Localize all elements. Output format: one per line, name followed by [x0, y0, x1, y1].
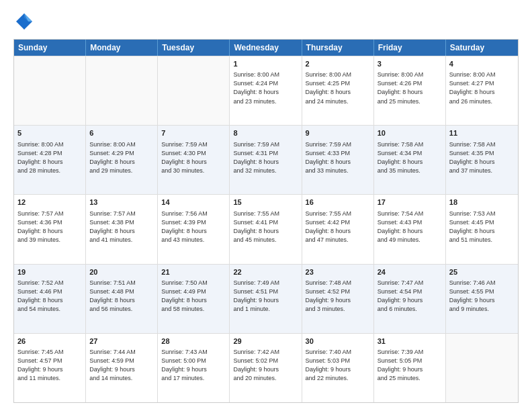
- cell-info: Sunrise: 7:54 AMSunset: 4:43 PMDaylight:…: [378, 210, 442, 244]
- cell-info: Sunrise: 8:00 AMSunset: 4:29 PMDaylight:…: [89, 140, 154, 175]
- day-number: 13: [89, 197, 154, 208]
- cell-info: Sunrise: 7:50 AMSunset: 4:49 PMDaylight:…: [161, 279, 226, 314]
- cell-info: Sunrise: 7:43 AMSunset: 5:00 PMDaylight:…: [161, 348, 226, 383]
- day-number: 7: [161, 128, 226, 138]
- cell-info: Sunrise: 7:57 AMSunset: 4:38 PMDaylight:…: [89, 210, 154, 244]
- day-number: 21: [161, 267, 226, 277]
- cell-info: Sunrise: 7:58 AMSunset: 4:35 PMDaylight:…: [449, 140, 515, 175]
- header-cell-monday: Monday: [86, 40, 158, 56]
- calendar-cell: 22Sunrise: 7:49 AMSunset: 4:51 PMDayligh…: [230, 265, 302, 333]
- calendar-row-3: 19Sunrise: 7:52 AMSunset: 4:46 PMDayligh…: [14, 264, 518, 333]
- cell-info: Sunrise: 7:53 AMSunset: 4:45 PMDaylight:…: [449, 210, 515, 244]
- calendar-cell: 15Sunrise: 7:55 AMSunset: 4:41 PMDayligh…: [230, 195, 302, 263]
- day-number: 15: [233, 197, 298, 208]
- calendar-header-row: SundayMondayTuesdayWednesdayThursdayFrid…: [14, 40, 518, 56]
- cell-info: Sunrise: 7:48 AMSunset: 4:52 PMDaylight:…: [306, 279, 370, 314]
- cell-info: Sunrise: 7:59 AMSunset: 4:31 PMDaylight:…: [233, 140, 298, 175]
- calendar-cell: 5Sunrise: 8:00 AMSunset: 4:28 PMDaylight…: [14, 126, 86, 194]
- cell-info: Sunrise: 7:42 AMSunset: 5:02 PMDaylight:…: [233, 348, 298, 383]
- calendar-cell: 11Sunrise: 7:58 AMSunset: 4:35 PMDayligh…: [446, 126, 518, 194]
- day-number: 4: [449, 59, 515, 69]
- calendar-cell: 12Sunrise: 7:57 AMSunset: 4:36 PMDayligh…: [14, 195, 86, 263]
- header: [13, 11, 519, 32]
- day-number: 5: [17, 128, 82, 138]
- calendar-cell: 29Sunrise: 7:42 AMSunset: 5:02 PMDayligh…: [230, 334, 302, 402]
- page: SundayMondayTuesdayWednesdayThursdayFrid…: [0, 0, 532, 411]
- cell-info: Sunrise: 8:00 AMSunset: 4:26 PMDaylight:…: [378, 71, 442, 105]
- cell-info: Sunrise: 7:46 AMSunset: 4:55 PMDaylight:…: [449, 279, 515, 314]
- day-number: 31: [378, 336, 442, 347]
- day-number: 8: [233, 128, 298, 138]
- cell-info: Sunrise: 7:39 AMSunset: 5:05 PMDaylight:…: [378, 348, 442, 383]
- cell-info: Sunrise: 8:00 AMSunset: 4:28 PMDaylight:…: [17, 140, 82, 175]
- cell-info: Sunrise: 7:55 AMSunset: 4:41 PMDaylight:…: [233, 210, 298, 244]
- day-number: 1: [233, 59, 298, 69]
- calendar-cell: 8Sunrise: 7:59 AMSunset: 4:31 PMDaylight…: [230, 126, 302, 194]
- calendar-row-2: 12Sunrise: 7:57 AMSunset: 4:36 PMDayligh…: [14, 194, 518, 263]
- day-number: 6: [89, 128, 154, 138]
- day-number: 17: [378, 197, 442, 208]
- calendar-row-4: 26Sunrise: 7:45 AMSunset: 4:57 PMDayligh…: [14, 333, 518, 402]
- day-number: 18: [449, 197, 515, 208]
- day-number: 28: [161, 336, 226, 347]
- header-cell-thursday: Thursday: [302, 40, 374, 56]
- day-number: 26: [17, 336, 82, 347]
- calendar-cell: 7Sunrise: 7:59 AMSunset: 4:30 PMDaylight…: [158, 126, 230, 194]
- cell-info: Sunrise: 7:44 AMSunset: 4:59 PMDaylight:…: [89, 348, 154, 383]
- calendar-cell: 23Sunrise: 7:48 AMSunset: 4:52 PMDayligh…: [302, 265, 374, 333]
- calendar-cell: 20Sunrise: 7:51 AMSunset: 4:48 PMDayligh…: [86, 265, 158, 333]
- header-cell-tuesday: Tuesday: [158, 40, 230, 56]
- calendar-cell: 31Sunrise: 7:39 AMSunset: 5:05 PMDayligh…: [374, 334, 446, 402]
- calendar-cell: 30Sunrise: 7:40 AMSunset: 5:03 PMDayligh…: [302, 334, 374, 402]
- header-cell-friday: Friday: [374, 40, 446, 56]
- logo: [13, 11, 38, 32]
- calendar-cell: 21Sunrise: 7:50 AMSunset: 4:49 PMDayligh…: [158, 265, 230, 333]
- calendar-row-0: 1Sunrise: 8:00 AMSunset: 4:24 PMDaylight…: [14, 56, 518, 125]
- svg-marker-2: [20, 13, 28, 30]
- day-number: 20: [89, 267, 154, 277]
- day-number: 22: [233, 267, 298, 277]
- cell-info: Sunrise: 7:57 AMSunset: 4:36 PMDaylight:…: [17, 210, 82, 244]
- calendar-cell: 25Sunrise: 7:46 AMSunset: 4:55 PMDayligh…: [446, 265, 518, 333]
- cell-info: Sunrise: 7:55 AMSunset: 4:42 PMDaylight:…: [306, 210, 370, 244]
- cell-info: Sunrise: 7:45 AMSunset: 4:57 PMDaylight:…: [17, 348, 82, 383]
- calendar-cell: 19Sunrise: 7:52 AMSunset: 4:46 PMDayligh…: [14, 265, 86, 333]
- day-number: 9: [306, 128, 370, 138]
- day-number: 29: [233, 336, 298, 347]
- day-number: 2: [306, 59, 370, 69]
- cell-info: Sunrise: 7:40 AMSunset: 5:03 PMDaylight:…: [306, 348, 370, 383]
- calendar-cell: 2Sunrise: 8:00 AMSunset: 4:25 PMDaylight…: [302, 56, 374, 125]
- calendar-cell: 16Sunrise: 7:55 AMSunset: 4:42 PMDayligh…: [302, 195, 374, 263]
- calendar-cell: 13Sunrise: 7:57 AMSunset: 4:38 PMDayligh…: [86, 195, 158, 263]
- calendar-cell: [446, 334, 518, 402]
- day-number: 27: [89, 336, 154, 347]
- day-number: 23: [306, 267, 370, 277]
- calendar-cell: [158, 56, 230, 125]
- calendar-body: 1Sunrise: 8:00 AMSunset: 4:24 PMDaylight…: [14, 56, 518, 402]
- calendar-cell: 14Sunrise: 7:56 AMSunset: 4:39 PMDayligh…: [158, 195, 230, 263]
- calendar-cell: 4Sunrise: 8:00 AMSunset: 4:27 PMDaylight…: [446, 56, 518, 125]
- day-number: 24: [378, 267, 442, 277]
- calendar-cell: 1Sunrise: 8:00 AMSunset: 4:24 PMDaylight…: [230, 56, 302, 125]
- header-cell-sunday: Sunday: [14, 40, 86, 56]
- cell-info: Sunrise: 7:59 AMSunset: 4:30 PMDaylight:…: [161, 140, 226, 175]
- logo-icon: [13, 11, 35, 32]
- cell-info: Sunrise: 7:52 AMSunset: 4:46 PMDaylight:…: [17, 279, 82, 314]
- day-number: 25: [449, 267, 515, 277]
- calendar-cell: 28Sunrise: 7:43 AMSunset: 5:00 PMDayligh…: [158, 334, 230, 402]
- calendar-cell: 27Sunrise: 7:44 AMSunset: 4:59 PMDayligh…: [86, 334, 158, 402]
- calendar-cell: 6Sunrise: 8:00 AMSunset: 4:29 PMDaylight…: [86, 126, 158, 194]
- header-cell-saturday: Saturday: [446, 40, 518, 56]
- cell-info: Sunrise: 8:00 AMSunset: 4:27 PMDaylight:…: [449, 71, 515, 105]
- calendar-cell: 9Sunrise: 7:59 AMSunset: 4:33 PMDaylight…: [302, 126, 374, 194]
- day-number: 12: [17, 197, 82, 208]
- header-cell-wednesday: Wednesday: [230, 40, 302, 56]
- calendar-cell: 3Sunrise: 8:00 AMSunset: 4:26 PMDaylight…: [374, 56, 446, 125]
- cell-info: Sunrise: 7:59 AMSunset: 4:33 PMDaylight:…: [306, 140, 370, 175]
- calendar-cell: [14, 56, 86, 125]
- day-number: 14: [161, 197, 226, 208]
- cell-info: Sunrise: 7:51 AMSunset: 4:48 PMDaylight:…: [89, 279, 154, 314]
- day-number: 3: [378, 59, 442, 69]
- cell-info: Sunrise: 8:00 AMSunset: 4:24 PMDaylight:…: [233, 71, 298, 105]
- calendar-cell: 24Sunrise: 7:47 AMSunset: 4:54 PMDayligh…: [374, 265, 446, 333]
